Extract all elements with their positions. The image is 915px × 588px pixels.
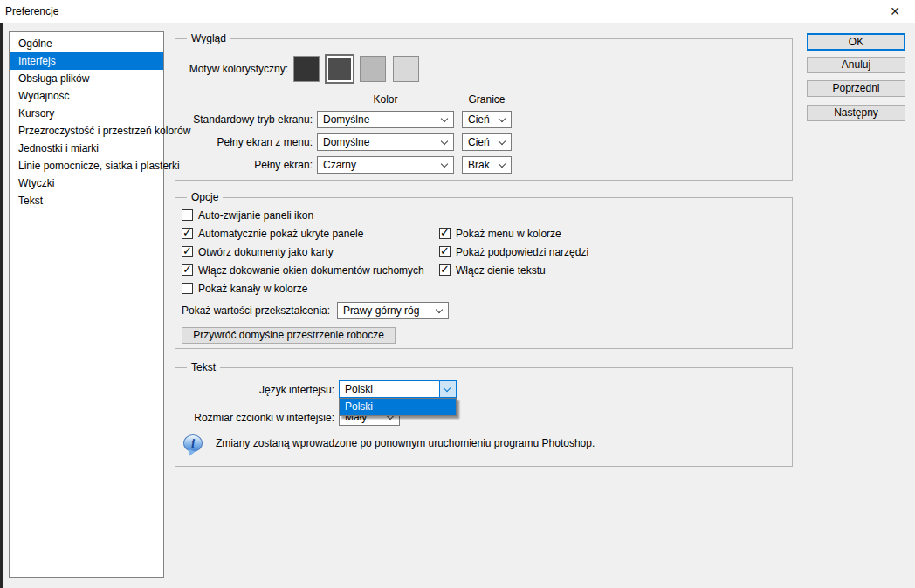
checkbox-label: Auto-zwijanie paneli ikon [198,209,313,222]
fullscreen-color-select[interactable]: Czarny [317,156,454,174]
cancel-button[interactable]: Anuluj [807,57,905,73]
combo-value: Czarny [323,159,356,171]
sidebar-item-interfejs[interactable]: Interfejs [10,52,163,70]
previous-button[interactable]: Poprzedni [807,80,905,97]
info-icon: i [183,434,203,452]
theme-swatch-darkest[interactable] [293,56,320,82]
standard-screen-color-select[interactable]: Domyślne [317,111,454,128]
ui-font-size-label: Rozmiar czcionki w interfejsie: [175,412,334,425]
checkbox-label: Pokaż podpowiedzi narzędzi [456,246,588,258]
fullscreen-menu-border-select[interactable]: Cień [462,133,512,151]
checkbox-label: Włącz dokowanie okien dokumentów ruchomy… [198,264,424,277]
combo-value: Domyślne [323,136,369,148]
close-icon[interactable]: ✕ [882,3,908,20]
sidebar-item-tekst[interactable]: Tekst [10,192,163,209]
sidebar-item-wtyczki[interactable]: Wtyczki [10,174,163,192]
preferences-dialog: Preferencje ✕ Ogólne Interfejs Obsługa p… [0,0,915,588]
checkbox-box[interactable] [439,246,451,257]
sidebar-item-linie-pomocnicze[interactable]: Linie pomocnicze, siatka i plasterki [10,157,163,174]
chevron-down-icon [441,115,448,122]
combo-value: Brak [468,159,490,171]
column-header-color: Kolor [317,93,454,106]
ui-language-label: Język interfejsu: [175,384,334,397]
restart-note: Zmiany zostaną wprowadzone po ponownym u… [216,437,595,450]
checkbox-box[interactable] [439,264,451,276]
sidebar-item-obsluga-plikow[interactable]: Obsługa plików [10,70,163,87]
sidebar-item-ogolne[interactable]: Ogólne [10,35,163,52]
chevron-down-icon [499,161,506,168]
checkbox-box[interactable] [182,264,193,276]
checkbox-label: Pokaż menu w kolorze [456,228,561,240]
sidebar-item-wydajnosc[interactable]: Wydajność [10,87,163,105]
transform-values-select[interactable]: Prawy górny róg [337,302,449,319]
show-transform-values-label: Pokaż wartości przekształcenia: [182,304,330,318]
checkbox-auto-collapse-panels[interactable]: Auto-zwijanie paneli ikon [182,209,313,223]
column-header-border: Granice [462,93,512,106]
restore-default-workspaces-button[interactable]: Przywróć domyślne przestrzenie robocze [182,327,396,344]
fullscreen-menu-label: Pełny ekran z menu: [175,136,313,149]
preferences-category-list: Ogólne Interfejs Obsługa plików Wydajnoś… [9,31,164,578]
checkbox-label: Otwórz dokumenty jako karty [198,246,334,258]
checkbox-label: Pokaż kanały w kolorze [198,283,307,295]
appearance-group-title: Wygląd [187,32,230,44]
combo-value: Cień [468,136,490,148]
combo-value: Polski [345,383,373,395]
dialog-title: Preferencje [5,5,58,17]
sidebar-item-kursory[interactable]: Kursory [10,105,163,122]
checkbox-enable-floating-document-docking[interactable]: Włącz dokowanie okien dokumentów ruchomy… [182,264,424,278]
standard-screen-mode-label: Standardowy tryb ekranu: [175,113,313,126]
background-app-edge [0,23,3,588]
sidebar-item-przezroczystosc[interactable]: Przezroczystość i przestrzeń kolorów [10,122,163,140]
ui-language-dropdown: Polski [339,398,457,416]
chevron-down-icon [441,138,448,145]
checkbox-box[interactable] [439,228,451,239]
combo-value: Prawy górny róg [343,304,419,317]
fullscreen-menu-color-select[interactable]: Domyślne [317,133,454,151]
chevron-down-icon [436,306,443,313]
titlebar: Preferencje ✕ [0,0,915,23]
combo-value: Cień [468,113,490,126]
checkbox-show-tool-tips[interactable]: Pokaż podpowiedzi narzędzi [439,246,588,260]
checkbox-auto-show-hidden-panels[interactable]: Automatycznie pokaż ukryte panele [182,228,363,242]
checkbox-enable-text-shadows[interactable]: Włącz cienie tekstu [439,264,546,278]
checkbox-show-channels-in-color[interactable]: Pokaż kanały w kolorze [182,283,307,297]
ui-language-select[interactable]: Polski [339,380,457,398]
next-button[interactable]: Następny [807,105,905,121]
combo-value: Domyślne [323,113,369,126]
theme-swatch-dark-selected[interactable] [325,54,354,84]
checkbox-label: Automatycznie pokaż ukryte panele [198,228,363,240]
sidebar-item-jednostki[interactable]: Jednostki i miarki [10,140,163,157]
fullscreen-label: Pełny ekran: [175,159,313,172]
theme-swatch-lightest[interactable] [393,56,419,82]
chevron-down-icon [499,138,506,145]
checkbox-box[interactable] [182,209,193,221]
fullscreen-border-select[interactable]: Brak [462,156,512,174]
dropdown-option-polski[interactable]: Polski [340,399,456,415]
chevron-down-icon [499,115,506,122]
checkbox-box[interactable] [182,246,193,257]
ok-button[interactable]: OK [807,33,905,51]
checkbox-box[interactable] [182,228,193,239]
checkbox-show-menu-colors[interactable]: Pokaż menu w kolorze [439,228,561,242]
standard-screen-border-select[interactable]: Cień [462,111,512,128]
checkbox-open-documents-as-tabs[interactable]: Otwórz dokumenty jako karty [182,246,334,260]
checkbox-box[interactable] [182,283,193,294]
checkbox-label: Włącz cienie tekstu [456,264,546,277]
options-group-title: Opcje [187,191,223,203]
text-group-title: Tekst [187,361,220,373]
chevron-down-icon [441,161,448,168]
color-theme-label: Motyw kolorystyczny: [175,63,288,76]
theme-swatch-light[interactable] [360,56,386,82]
